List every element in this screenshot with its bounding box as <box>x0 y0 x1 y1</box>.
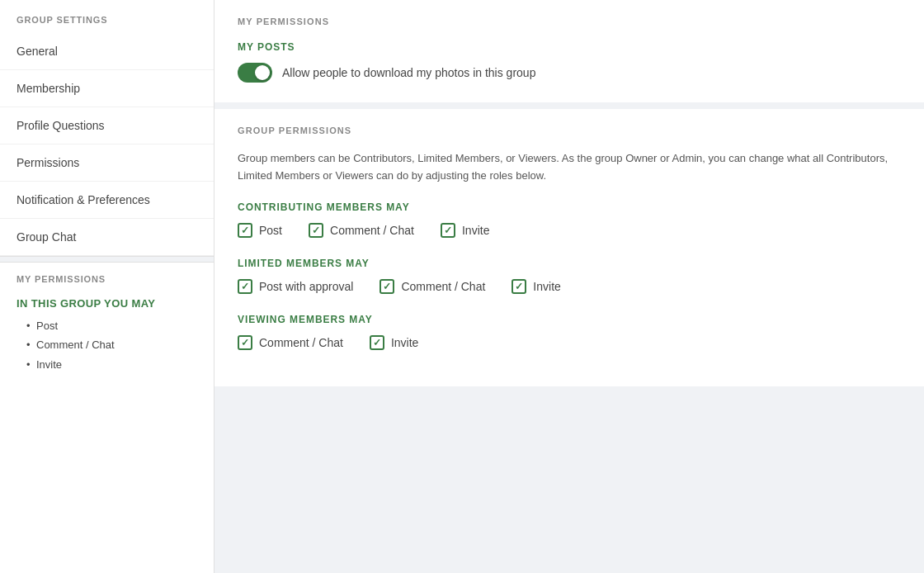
checkbox-item[interactable]: Invite <box>441 223 489 238</box>
checkbox-icon <box>380 279 394 294</box>
sidebar-nav: GeneralMembershipProfile QuestionsPermis… <box>0 33 214 256</box>
toggle-thumb <box>255 65 270 80</box>
sidebar-item-membership[interactable]: Membership <box>0 70 214 107</box>
sidebar-in-group-item: Invite <box>26 355 197 374</box>
contributing-section: CONTRIBUTING MEMBERS MAY PostComment / C… <box>238 201 901 238</box>
checkbox-label: Invite <box>391 336 418 349</box>
checkbox-label: Post <box>259 224 282 237</box>
download-photos-toggle[interactable] <box>238 63 272 83</box>
checkbox-item[interactable]: Comment / Chat <box>380 279 485 294</box>
checkbox-icon <box>238 335 252 350</box>
viewing-label: VIEWING MEMBERS MAY <box>238 314 901 325</box>
sidebar-my-permissions-label: MY PERMISSIONS <box>0 263 214 287</box>
checkbox-label: Comment / Chat <box>259 336 343 349</box>
checkbox-item[interactable]: Invite <box>370 335 418 350</box>
toggle-label: Allow people to download my photos in th… <box>282 66 535 79</box>
sidebar-item-profile-questions[interactable]: Profile Questions <box>0 107 214 144</box>
sidebar-item-notification-preferences[interactable]: Notification & Preferences <box>0 182 214 219</box>
group-permissions-card: GROUP PERMISSIONS Group members can be C… <box>214 109 924 386</box>
main-content: MY PERMISSIONS MY POSTS Allow people to … <box>214 0 924 573</box>
viewing-checkboxes: Comment / ChatInvite <box>238 335 901 350</box>
viewing-section: VIEWING MEMBERS MAY Comment / ChatInvite <box>238 310 901 350</box>
sidebar-item-group-chat[interactable]: Group Chat <box>0 219 214 256</box>
sidebar-in-group-list: PostComment / ChatInvite <box>0 313 214 384</box>
sidebar-in-group-item: Comment / Chat <box>26 335 197 354</box>
checkbox-item[interactable]: Post <box>238 223 282 238</box>
checkbox-icon <box>309 223 323 238</box>
sidebar-divider <box>0 256 214 263</box>
checkbox-label: Comment / Chat <box>401 280 485 293</box>
sidebar-item-general[interactable]: General <box>0 33 214 70</box>
group-permissions-section-label: GROUP PERMISSIONS <box>238 125 901 135</box>
checkbox-icon <box>512 279 526 294</box>
limited-section: LIMITED MEMBERS MAY Post with approvalCo… <box>238 254 901 294</box>
contributing-checkboxes: PostComment / ChatInvite <box>238 223 901 238</box>
checkbox-icon <box>238 223 252 238</box>
checkbox-label: Invite <box>462 224 489 237</box>
group-settings-label: GROUP SETTINGS <box>0 0 214 33</box>
limited-label: LIMITED MEMBERS MAY <box>238 258 901 269</box>
my-permissions-section-label: MY PERMISSIONS <box>238 17 901 26</box>
checkbox-label: Invite <box>533 280 560 293</box>
app-layout: GROUP SETTINGS GeneralMembershipProfile … <box>0 0 924 573</box>
limited-checkboxes: Post with approvalComment / ChatInvite <box>238 279 901 294</box>
my-posts-label: MY POSTS <box>238 41 901 53</box>
sidebar: GROUP SETTINGS GeneralMembershipProfile … <box>0 0 214 573</box>
checkbox-item[interactable]: Comment / Chat <box>309 223 414 238</box>
checkbox-icon <box>238 279 252 294</box>
checkbox-item[interactable]: Comment / Chat <box>238 335 343 350</box>
toggle-track <box>238 63 272 83</box>
my-permissions-card: MY PERMISSIONS MY POSTS Allow people to … <box>214 0 924 102</box>
checkbox-label: Comment / Chat <box>330 224 414 237</box>
checkbox-icon <box>370 335 384 350</box>
checkbox-item[interactable]: Invite <box>512 279 560 294</box>
contributing-label: CONTRIBUTING MEMBERS MAY <box>238 201 901 213</box>
sidebar-item-permissions[interactable]: Permissions <box>0 144 214 182</box>
checkbox-label: Post with approval <box>259 280 353 293</box>
sidebar-in-group-item: Post <box>26 316 197 335</box>
checkbox-icon <box>441 223 455 238</box>
checkbox-item[interactable]: Post with approval <box>238 279 353 294</box>
sidebar-in-group-label: IN THIS GROUP YOU MAY <box>0 287 214 313</box>
toggle-row: Allow people to download my photos in th… <box>238 63 901 83</box>
group-permissions-description: Group members can be Contributors, Limit… <box>238 150 901 185</box>
